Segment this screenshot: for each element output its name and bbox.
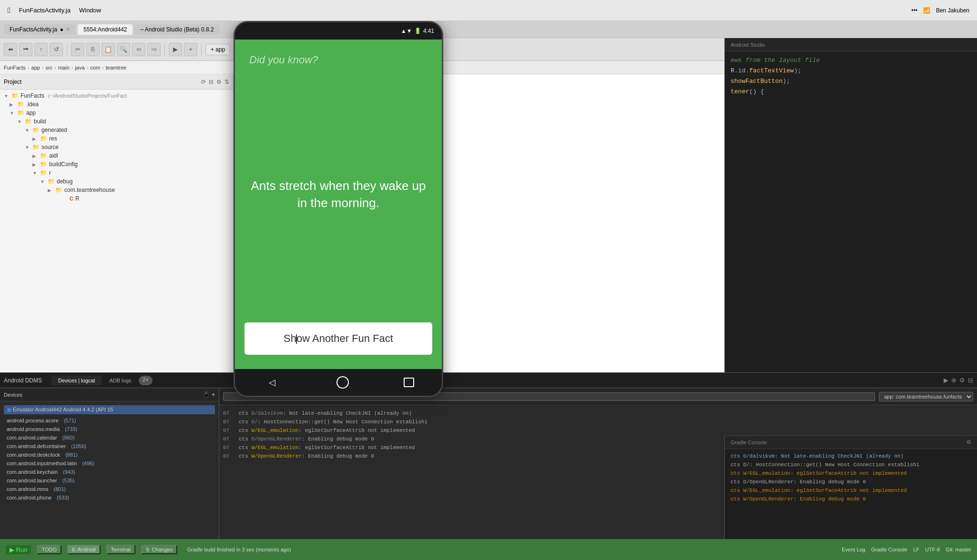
toolbar-run-btn[interactable]: ▶	[169, 43, 182, 56]
fact-display-area: Ants stretch when they wake up in the mo…	[235, 66, 442, 322]
tree-arrow: ▶	[32, 136, 38, 141]
terminal-button[interactable]: Terminal	[106, 545, 136, 554]
sidebar-header: Project ⟳ ⊟ ⚙ ⇅	[0, 74, 233, 90]
ddms-tab-devices[interactable]: Devices | logcat	[51, 376, 102, 385]
toolbar-cut-btn[interactable]: ✂	[71, 43, 84, 56]
tree-item-debug[interactable]: ▼ 📁 debug	[0, 177, 233, 186]
sidebar-gear-icon[interactable]: ⚙	[216, 79, 222, 85]
app-selector-dropdown[interactable]: app: com.teamtreehouse.funfacts	[879, 392, 973, 401]
process-acore[interactable]: android.process.acore (571)	[4, 416, 215, 425]
breadcrumb-src[interactable]: src	[46, 65, 53, 70]
tree-arrow: ▼	[25, 128, 31, 133]
tab-funfacts-activity[interactable]: FunFactsActivity.ja ● ✕	[4, 24, 76, 35]
process-count: (733)	[65, 426, 77, 432]
ellipsis-menu[interactable]: •••	[911, 7, 917, 14]
breadcrumb-app[interactable]: app	[31, 65, 40, 70]
process-inputmethod[interactable]: com.android.inputmethod.latin (496)	[4, 459, 215, 468]
gradle-log-content: cts D/dalvikvm: Not late-enabling CheckJ…	[725, 449, 977, 539]
show-another-fun-fact-button[interactable]: Show Another Fun Fact	[244, 322, 432, 355]
toolbar-search-btn[interactable]: 🔍	[117, 43, 130, 56]
toolbar-back-btn[interactable]: ⬅	[4, 43, 17, 56]
toolbar-find-btn[interactable]: ⇦	[132, 43, 145, 56]
process-deskclock[interactable]: com.android.deskclock (881)	[4, 450, 215, 459]
process-keychain[interactable]: com.android.keychain (943)	[4, 468, 215, 476]
file-type-indicator: C	[70, 196, 73, 201]
tree-item-app[interactable]: ▼ 📁 app	[0, 109, 233, 117]
toolbar-refresh-btn[interactable]: ↺	[50, 43, 63, 56]
emulator-device-item[interactable]: ▣ Emulator Android442 Android 4.4.2 (API…	[4, 405, 215, 414]
home-nav-button[interactable]	[336, 376, 349, 389]
event-log-link[interactable]: Event Log	[842, 547, 865, 552]
tree-label: R	[75, 195, 80, 202]
ddms-icon-1[interactable]: ▶	[944, 377, 948, 384]
window-menu[interactable]: Window	[79, 7, 101, 14]
changes-button[interactable]: 9: Changes	[141, 545, 177, 554]
ddms-tab-adb[interactable]: ADB logs	[102, 376, 138, 385]
git-branch-indicator[interactable]: Git: master	[946, 547, 971, 552]
gradle-console-link[interactable]: Gradle Console	[871, 547, 907, 552]
process-calendar[interactable]: com.android.calendar (860)	[4, 433, 215, 442]
toolbar-app-selector[interactable]: + app	[205, 44, 230, 55]
sidebar-sort-icon[interactable]: ⇅	[224, 79, 229, 85]
gradle-header: Gradle Console ⚙	[725, 436, 977, 449]
tab-android-studio[interactable]: – Android Studio (Beta) 0.8.2	[134, 24, 219, 35]
process-media[interactable]: android.process.media (733)	[4, 425, 215, 433]
tree-item-com-teamtree[interactable]: ▶ 📁 com.teamtreehouse	[0, 186, 233, 194]
process-phone[interactable]: com.android.phone (533)	[4, 493, 215, 502]
breadcrumb-teamtree[interactable]: teamtree	[106, 65, 126, 70]
breadcrumb-main[interactable]: main	[58, 65, 70, 70]
tree-item-res[interactable]: ▶ 📁 res	[0, 134, 233, 143]
folder-icon: 📁	[40, 161, 47, 168]
tree-item-funfacts[interactable]: ▼ 📁 FunFacts (~/AndroidStudioProjects/Fu…	[0, 91, 233, 100]
toolbar-paste-btn[interactable]: 📋	[102, 43, 115, 56]
breadcrumb-java[interactable]: java	[75, 65, 84, 70]
toolbar-add-btn[interactable]: +	[184, 43, 197, 56]
tree-item-r[interactable]: ▼ 📁 r	[0, 169, 233, 177]
process-defcontainer[interactable]: com.android.defcontainer (1056)	[4, 442, 215, 450]
ddms-icon-3[interactable]: ⚙	[959, 377, 965, 384]
toolbar-replace-btn[interactable]: ⇨	[147, 43, 161, 56]
ddms-icon-2[interactable]: ⊕	[951, 377, 957, 384]
mac-menubar:  FunFactsActivity.ja Window ••• 📶 Ben J…	[0, 0, 977, 21]
device-icon-2[interactable]: +	[212, 391, 215, 398]
tree-item-buildconfig[interactable]: ▶ 📁 buildConfig	[0, 160, 233, 169]
code-line-1: R.id.factTextView);	[731, 66, 971, 76]
breadcrumb-funfacts[interactable]: FunFacts	[4, 65, 26, 70]
tree-arrow: ▼	[32, 170, 38, 176]
back-nav-button[interactable]: ◁	[263, 375, 282, 390]
recent-apps-button[interactable]	[404, 378, 414, 387]
gradle-gear-icon[interactable]: ⚙	[967, 439, 971, 445]
breadcrumb-com[interactable]: com	[90, 65, 100, 70]
process-launcher[interactable]: com.android.launcher (535)	[4, 476, 215, 485]
toolbar-forward-btn[interactable]: ⮕	[19, 43, 32, 56]
todo-button[interactable]: TODO	[37, 545, 61, 554]
tree-item-generated[interactable]: ▼ 📁 generated	[0, 126, 233, 134]
code-line-comment: ews from the layout file	[731, 55, 971, 66]
process-mms[interactable]: com.android.mms (801)	[4, 485, 215, 493]
tree-item-build[interactable]: ▼ 📁 build	[0, 117, 233, 126]
tab-close-button[interactable]: ✕	[66, 27, 70, 32]
tree-item-idea[interactable]: ▶ 📁 .idea	[0, 100, 233, 109]
ddms-header-icons: ▶ ⊕ ⚙ ⊟	[944, 377, 973, 384]
process-count: (535)	[62, 478, 75, 483]
android-console-button[interactable]: 6: Android	[67, 545, 101, 554]
run-status-button[interactable]: ▶ Run	[6, 545, 31, 554]
device-icon-1[interactable]: 📱	[203, 391, 210, 398]
emulator-icon: ▣	[7, 407, 13, 412]
ddms-tab-extra[interactable]: 2+	[139, 376, 153, 385]
sidebar-refresh-icon[interactable]: ⟳	[201, 79, 206, 85]
ddms-icon-4[interactable]: ⊟	[968, 377, 973, 384]
battery-icon: 🔋	[414, 28, 421, 34]
toolbar-up-btn[interactable]: ↑	[34, 43, 48, 56]
tree-item-r-file[interactable]: C R	[0, 194, 233, 203]
apple-menu[interactable]: 	[8, 6, 10, 15]
folder-icon: 📁	[40, 135, 47, 142]
tab-android442[interactable]: 5554:Android442	[78, 24, 132, 35]
app-name-menu[interactable]: FunFactsActivity.ja	[19, 7, 71, 14]
tree-arrow: ▼	[17, 119, 23, 124]
toolbar-copy-btn[interactable]: ⎘	[86, 43, 100, 56]
sidebar-collapse-icon[interactable]: ⊟	[209, 79, 214, 85]
tree-item-source[interactable]: ▼ 📁 source	[0, 143, 233, 151]
log-line-3: 07 cts W/EGL_emulation: eglSetSurfaceAtt…	[223, 426, 973, 435]
tree-item-aidl[interactable]: ▶ 📁 aidl	[0, 151, 233, 160]
